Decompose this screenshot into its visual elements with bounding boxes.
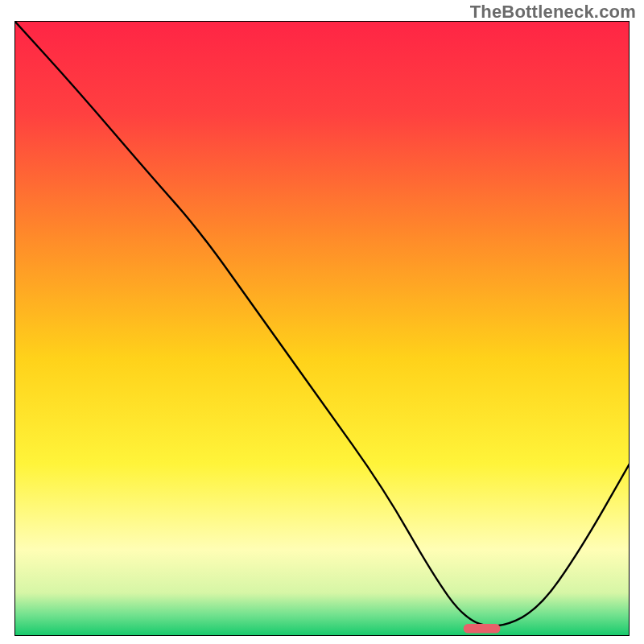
bottleneck-chart bbox=[14, 21, 630, 636]
optimal-marker bbox=[464, 624, 501, 633]
plot-background bbox=[14, 21, 630, 636]
watermark-label: TheBottleneck.com bbox=[470, 2, 636, 23]
chart-container: TheBottleneck.com bbox=[0, 0, 644, 644]
